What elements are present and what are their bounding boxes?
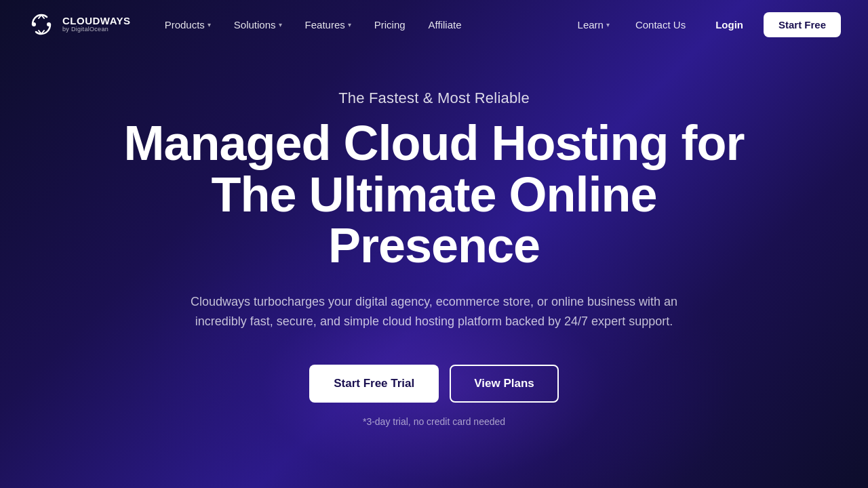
- logo-text: CLOUDWAYS by DigitalOcean: [62, 16, 131, 33]
- login-button[interactable]: Login: [702, 12, 757, 37]
- nav-item-products[interactable]: Products ▾: [155, 14, 220, 36]
- nav-solutions-label: Solutions: [234, 19, 276, 30]
- chevron-down-icon: ▾: [606, 21, 610, 28]
- chevron-down-icon: ▾: [208, 21, 211, 28]
- logo-name: CLOUDWAYS: [62, 16, 131, 27]
- nav-left: CLOUDWAYS by DigitalOcean Products ▾ Sol…: [27, 10, 471, 39]
- hero-buttons: Start Free Trial View Plans: [309, 365, 559, 403]
- nav-learn-label: Learn: [578, 19, 604, 30]
- start-free-nav-button[interactable]: Start Free: [764, 12, 841, 37]
- nav-item-contact[interactable]: Contact Us: [626, 14, 695, 36]
- navbar: CLOUDWAYS by DigitalOcean Products ▾ Sol…: [0, 0, 868, 49]
- hero-title: Managed Cloud Hosting for The Ultimate O…: [108, 118, 760, 272]
- page-wrapper: CLOUDWAYS by DigitalOcean Products ▾ Sol…: [0, 0, 868, 488]
- hero-description: Cloudways turbocharges your digital agen…: [190, 292, 678, 331]
- nav-pricing-label: Pricing: [374, 19, 406, 30]
- trial-note: *3-day trial, no credit card needed: [363, 416, 505, 427]
- svg-point-0: [32, 22, 36, 26]
- chevron-down-icon: ▾: [279, 21, 282, 28]
- start-trial-button[interactable]: Start Free Trial: [309, 365, 439, 403]
- nav-item-features[interactable]: Features ▾: [296, 14, 361, 36]
- svg-point-1: [47, 22, 51, 26]
- nav-right: Learn ▾ Contact Us Login Start Free: [568, 12, 841, 37]
- nav-item-learn[interactable]: Learn ▾: [568, 14, 619, 36]
- logo-sub: by DigitalOcean: [62, 26, 131, 33]
- nav-features-label: Features: [305, 19, 345, 30]
- nav-contact-label: Contact Us: [635, 19, 686, 30]
- view-plans-button[interactable]: View Plans: [450, 365, 559, 403]
- nav-item-affiliate[interactable]: Affiliate: [419, 14, 471, 36]
- hero-subtitle: The Fastest & Most Reliable: [338, 89, 530, 107]
- nav-item-solutions[interactable]: Solutions ▾: [224, 14, 292, 36]
- nav-links: Products ▾ Solutions ▾ Features ▾ Pricin…: [155, 14, 471, 36]
- logo[interactable]: CLOUDWAYS by DigitalOcean: [27, 10, 131, 39]
- nav-products-label: Products: [165, 19, 205, 30]
- nav-affiliate-label: Affiliate: [429, 19, 462, 30]
- logo-icon: [27, 10, 56, 39]
- hero-section: The Fastest & Most Reliable Managed Clou…: [0, 49, 868, 454]
- nav-item-pricing[interactable]: Pricing: [365, 14, 415, 36]
- chevron-down-icon: ▾: [348, 21, 351, 28]
